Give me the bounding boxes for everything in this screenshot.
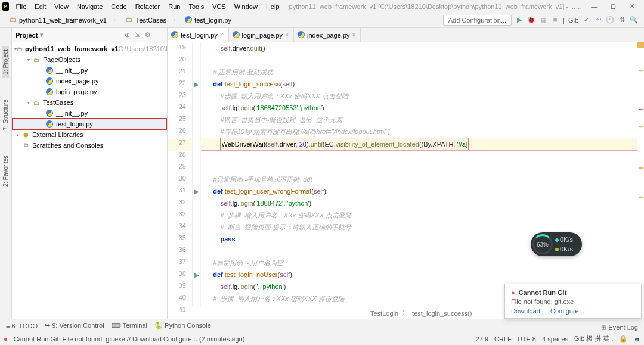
notif-configure-link[interactable]: Configure...	[550, 307, 584, 315]
performance-overlay[interactable]: 63% 0K/s 0K/s	[531, 232, 582, 256]
close-icon[interactable]: ×	[352, 32, 356, 38]
run-gutter-icon[interactable]: ▶	[193, 269, 200, 281]
expand-icon[interactable]: ⇲	[134, 31, 141, 39]
code-surface[interactable]: self.driver.quit() # 正常用例-登陆成功 def test_…	[201, 42, 637, 307]
tab-login-page[interactable]: login_page.py×	[229, 28, 294, 42]
window-maximize[interactable]: ◻	[605, 0, 623, 13]
toolwin-todo[interactable]: ≡ 6: TODO	[6, 322, 38, 330]
project-header: Project ▾ ⊕ ⇲ ⚙ —	[12, 28, 167, 42]
status-message[interactable]: Cannot Run Git: File not found: git.exe …	[14, 335, 245, 343]
event-log-button[interactable]: ⊞ Event Log	[601, 324, 638, 331]
collapse-pane-icon[interactable]: —	[154, 32, 163, 39]
status-caret[interactable]: 27:9	[476, 335, 488, 343]
sidetab-favorites[interactable]: 2: Favorites	[2, 152, 9, 190]
git-update-icon[interactable]: ↶	[594, 16, 602, 24]
cpu-ring: 63%	[532, 234, 553, 254]
search-icon[interactable]: 🔍	[630, 16, 638, 24]
toolwin-vcs[interactable]: ↪ 9: Version Control	[45, 322, 104, 330]
left-toolstrip: 1: Project 7: Structure 2: Favorites	[0, 28, 12, 319]
notification-popup: ●Cannot Run Git File not found: git.exe …	[504, 284, 642, 319]
editor-body[interactable]: 1920212223242526272829303132333435363738…	[168, 42, 644, 307]
crumb-testcases[interactable]: 🗀TestCases	[123, 15, 169, 25]
menu-navigate[interactable]: Navigate	[73, 2, 106, 11]
editor-area: test_login.py× login_page.py× index_page…	[168, 28, 644, 319]
sidetab-project[interactable]: 1: Project	[2, 46, 9, 78]
menu-tools[interactable]: Tools	[185, 2, 208, 11]
gear-icon[interactable]: ⚙	[144, 31, 152, 39]
menu-run[interactable]: Run	[165, 2, 184, 11]
project-title: Project	[16, 32, 38, 39]
run-gutter-icon[interactable]: ▶	[193, 185, 200, 197]
debug-icon[interactable]: 🐞	[527, 16, 535, 24]
tree-item-test-login: test_login.py	[12, 119, 167, 129]
git-commit-icon[interactable]: ✔	[582, 16, 590, 24]
stop-icon[interactable]: ■	[551, 16, 559, 24]
toolwin-python-console[interactable]: 🐍 Python Console	[154, 322, 211, 330]
menu-window[interactable]: Window	[231, 2, 261, 11]
status-git[interactable]: Git: 极 拼 英 ,	[574, 334, 613, 343]
menu-file[interactable]: FFileile	[13, 2, 30, 11]
tab-index-page[interactable]: index_page.py×	[294, 28, 361, 42]
pull-request-icon[interactable]: ⇅	[618, 16, 626, 24]
status-indent[interactable]: 4 spaces	[542, 335, 568, 343]
coverage-icon[interactable]: ▦	[539, 16, 547, 24]
gutter-icons: ▶▶▶	[193, 42, 201, 307]
menu-view[interactable]: View	[51, 2, 72, 11]
tool-window-bar: ≡ 6: TODO ↪ 9: Version Control ⌨ Termina…	[0, 319, 644, 332]
locate-icon[interactable]: ⊕	[123, 31, 131, 39]
project-pane: Project ▾ ⊕ ⇲ ⚙ — ▾🗀python11_web_framewo…	[12, 28, 168, 319]
notif-download-link[interactable]: Download	[511, 307, 540, 315]
project-tree[interactable]: ▾🗀python11_web_framework_v1 C:\Users\182…	[12, 42, 167, 152]
menu-edit[interactable]: Edit	[31, 2, 49, 11]
sidetab-structure[interactable]: 7: Structure	[2, 96, 9, 134]
main-area: 1: Project 7: Structure 2: Favorites Pro…	[0, 28, 644, 319]
navbar: 🗀python11_web_framework_v1 〉 🗀TestCases …	[0, 13, 644, 28]
crumb-file[interactable]: test_login.py	[182, 15, 234, 25]
menu-help[interactable]: Help	[262, 2, 283, 11]
clock-icon[interactable]: 🕘	[606, 16, 614, 24]
lock-icon[interactable]: 🔒	[619, 335, 627, 343]
menu-vcs[interactable]: VCS	[209, 2, 230, 11]
editor-tabstrip: test_login.py× login_page.py× index_page…	[168, 28, 644, 42]
crumb-root[interactable]: 🗀python11_web_framework_v1	[6, 15, 109, 25]
run-icon[interactable]: ▶	[515, 16, 524, 24]
add-configuration-button[interactable]: Add Configuration...	[443, 15, 512, 26]
status-bar: ● Cannot Run Git: File not found: git.ex…	[0, 332, 644, 345]
git-label: Git:	[568, 17, 578, 24]
menu-code[interactable]: Code	[107, 2, 130, 11]
hector-icon[interactable]: ☻	[633, 335, 640, 343]
editor-error-stripe[interactable]	[637, 42, 644, 307]
window-title: python11_web_framework_v1 [C:\Users\1821…	[289, 3, 583, 10]
status-encoding[interactable]: UTF-8	[518, 335, 536, 343]
tab-test-login[interactable]: test_login.py×	[168, 28, 229, 42]
app-logo: P	[2, 2, 9, 11]
window-close[interactable]: ✕	[624, 0, 642, 13]
line-numbers: 1920212223242526272829303132333435363738…	[168, 42, 193, 307]
window-minimize[interactable]: —	[586, 0, 603, 13]
close-icon[interactable]: ×	[220, 32, 224, 38]
status-crlf[interactable]: CRLF	[494, 335, 512, 343]
menubar: P FFileile Edit View Navigate Code Refac…	[0, 0, 644, 13]
error-icon: ●	[511, 289, 515, 296]
toolwin-terminal[interactable]: ⌨ Terminal	[112, 322, 147, 330]
notification-message: File not found: git.exe	[511, 298, 635, 305]
run-gutter-icon[interactable]: ▶	[193, 78, 200, 90]
menu-refactor[interactable]: Refactor	[132, 2, 164, 11]
close-icon[interactable]: ×	[285, 32, 289, 38]
error-icon: ●	[4, 335, 8, 343]
